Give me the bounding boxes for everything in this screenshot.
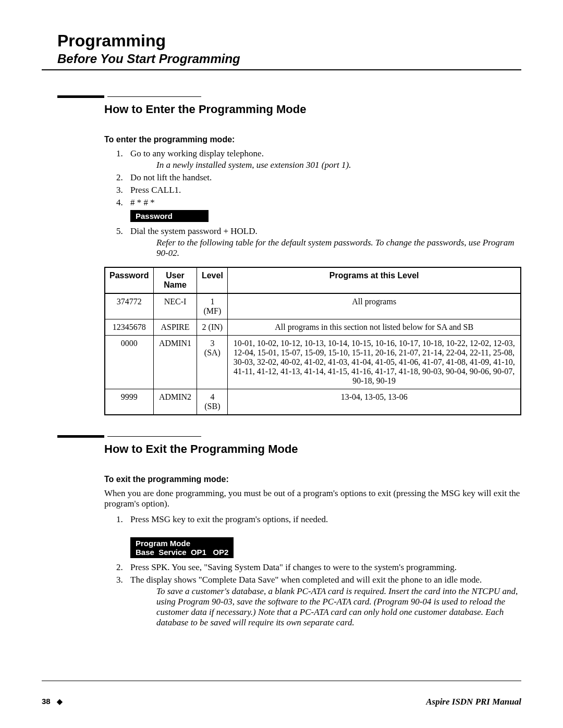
cell-level: 3 (SA) bbox=[197, 336, 228, 389]
enter-step-5-note: Refer to the following table for the def… bbox=[156, 238, 521, 258]
cell-password: 374772 bbox=[105, 293, 153, 319]
exit-steps: Press MSG key to exit the program's opti… bbox=[125, 514, 521, 628]
cell-user: NEC-I bbox=[153, 293, 197, 319]
cell-password: 0000 bbox=[105, 336, 153, 389]
page: Programming Before You Start Programming… bbox=[0, 0, 563, 728]
section-enter-content: To enter the programming mode: Go to any… bbox=[104, 125, 521, 431]
enter-steps: Go to any working display telephone. In … bbox=[125, 149, 521, 258]
footer-page-number: 38 ◆ bbox=[42, 697, 63, 707]
section-heading-enter: How to Enter the Programming Mode bbox=[57, 91, 521, 116]
page-subtitle: Before You Start Programming bbox=[57, 52, 521, 66]
table-header-row: Password User Name Level Programs at thi… bbox=[105, 267, 521, 293]
section-title-enter: How to Enter the Programming Mode bbox=[104, 103, 521, 116]
table-row: 0000 ADMIN1 3 (SA) 10-01, 10-02, 10-12, … bbox=[105, 336, 521, 389]
cell-programs: 13-04, 13-05, 13-06 bbox=[228, 389, 521, 415]
section-title-exit: How to Exit the Programming Mode bbox=[104, 442, 521, 456]
heading-bar-thin bbox=[107, 96, 201, 97]
table-row: 12345678 ASPIRE 2 (IN) All programs in t… bbox=[105, 319, 521, 336]
display-line-2: Base Service OP1 OP2 bbox=[136, 548, 228, 557]
table-row: 374772 NEC-I 1 (MF) All programs bbox=[105, 293, 521, 319]
exit-subheading: To exit the programming mode: bbox=[104, 475, 521, 484]
exit-step-3: The display shows "Complete Data Save" w… bbox=[125, 575, 521, 628]
th-username: User Name bbox=[153, 267, 197, 293]
section-heading-exit: How to Exit the Programming Mode bbox=[57, 431, 521, 456]
cell-user: ADMIN2 bbox=[153, 389, 197, 415]
diamond-icon: ◆ bbox=[53, 697, 63, 706]
page-number: 38 bbox=[42, 697, 51, 706]
enter-step-5: Dial the system password + HOLD. Refer t… bbox=[125, 226, 521, 258]
table-row: 9999 ADMIN2 4 (SB) 13-04, 13-05, 13-06 bbox=[105, 389, 521, 415]
cell-password: 12345678 bbox=[105, 319, 153, 336]
cell-level: 1 (MF) bbox=[197, 293, 228, 319]
enter-step-1-text: Go to any working display telephone. bbox=[130, 149, 264, 158]
cell-level: 2 (IN) bbox=[197, 319, 228, 336]
enter-step-5-text: Dial the system password + HOLD. bbox=[130, 226, 258, 236]
th-level: Level bbox=[197, 267, 228, 293]
heading-bar-thick bbox=[57, 435, 104, 438]
header-rule bbox=[42, 69, 521, 70]
exit-step-3-note: To save a customer's database, a blank P… bbox=[156, 586, 521, 628]
th-password: Password bbox=[105, 267, 153, 293]
cell-programs: All programs bbox=[228, 293, 521, 319]
footer-manual-name: Aspire ISDN PRI Manual bbox=[426, 697, 521, 707]
cell-user: ASPIRE bbox=[153, 319, 197, 336]
cell-programs: 10-01, 10-02, 10-12, 10-13, 10-14, 10-15… bbox=[228, 336, 521, 389]
enter-step-3: Press CALL1. bbox=[125, 185, 521, 195]
enter-step-2: Do not lift the handset. bbox=[125, 172, 521, 183]
page-header: Programming Before You Start Programming bbox=[42, 31, 521, 91]
cell-programs: All programs in this section not listed … bbox=[228, 319, 521, 336]
th-programs: Programs at this Level bbox=[228, 267, 521, 293]
cell-level: 4 (SB) bbox=[197, 389, 228, 415]
enter-step-4-text: # * # * bbox=[130, 198, 155, 207]
cell-password: 9999 bbox=[105, 389, 153, 415]
password-table: Password User Name Level Programs at thi… bbox=[104, 267, 521, 415]
section-exit-content: To exit the programming mode: When you a… bbox=[104, 464, 521, 630]
heading-bar-thick bbox=[57, 95, 104, 98]
enter-subheading: To enter the programming mode: bbox=[104, 135, 521, 144]
exit-step-1: Press MSG key to exit the program's opti… bbox=[125, 514, 521, 560]
exit-step-1-text: Press MSG key to exit the program's opti… bbox=[130, 514, 328, 524]
cell-user: ADMIN1 bbox=[153, 336, 197, 389]
enter-step-4: # * # * Password bbox=[125, 198, 521, 224]
page-footer: 38 ◆ Aspire ISDN PRI Manual bbox=[42, 681, 521, 707]
enter-step-1: Go to any working display telephone. In … bbox=[125, 149, 521, 170]
exit-step-3-text: The display shows "Complete Data Save" w… bbox=[130, 575, 482, 585]
password-display-box: Password bbox=[130, 210, 209, 222]
heading-bar-thin bbox=[107, 436, 201, 437]
exit-step-2: Press SPK. You see, "Saving System Data"… bbox=[125, 562, 521, 573]
program-mode-display-box: Program Mode Base Service OP1 OP2 bbox=[130, 537, 234, 558]
page-title: Programming bbox=[57, 31, 521, 51]
display-line-1: Program Mode bbox=[136, 539, 190, 548]
exit-intro: When you are done programming, you must … bbox=[104, 488, 521, 509]
enter-step-1-note: In a newly installed system, use extensi… bbox=[156, 160, 521, 170]
